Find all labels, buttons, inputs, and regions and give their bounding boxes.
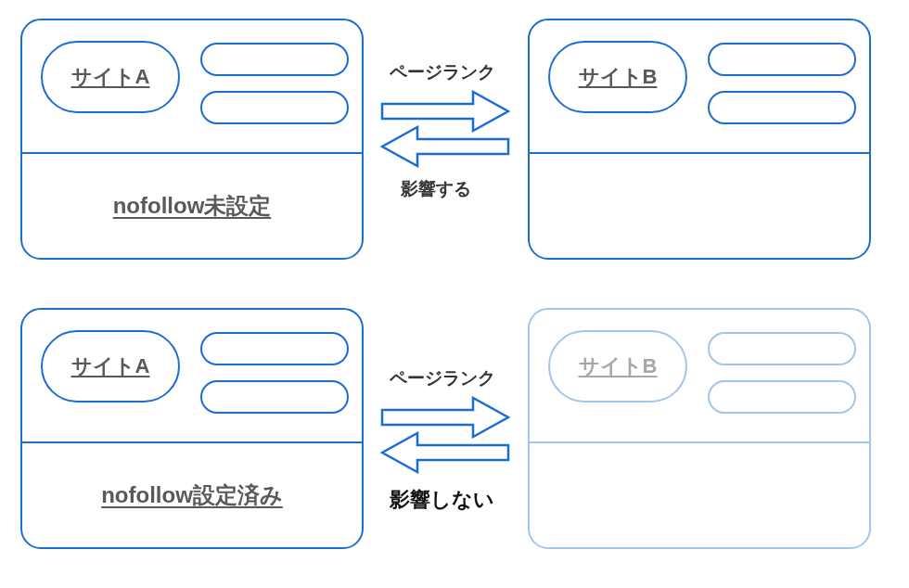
content-pill: [708, 332, 856, 365]
site-a-label: サイトA: [71, 352, 150, 380]
content-pill: [200, 91, 349, 124]
site-label-pill: サイトB: [548, 41, 687, 113]
card-top-left: サイトA nofollow未設定: [20, 19, 364, 260]
content-pill: [708, 43, 856, 76]
site-label-pill: サイトA: [41, 330, 180, 403]
affects-label-top: 影響する: [401, 177, 471, 201]
nofollow-caption: nofollow未設定: [22, 191, 362, 221]
card-bottom-right-faded: サイトB: [528, 308, 871, 549]
card-bottom-left: サイトA nofollow設定済み: [20, 308, 364, 549]
site-b-label: サイトB: [579, 352, 658, 380]
svg-marker-3: [382, 433, 508, 472]
arrow-left-icon: [380, 431, 510, 474]
site-a-label: サイトA: [71, 63, 150, 91]
nofollow-caption: nofollow設定済み: [22, 480, 362, 510]
content-pill: [200, 332, 349, 365]
content-pill: [708, 380, 856, 414]
card-divider: [530, 441, 869, 443]
content-pill: [708, 91, 856, 124]
site-b-label: サイトB: [579, 63, 658, 91]
content-pill: [200, 43, 349, 76]
card-divider: [22, 152, 362, 154]
card-top-right: サイトB: [528, 19, 871, 260]
content-pill: [200, 380, 349, 414]
site-label-pill: サイトB: [548, 330, 687, 403]
arrow-left-icon: [380, 125, 510, 168]
pagerank-label-bottom: ページランク: [390, 366, 495, 390]
svg-marker-1: [382, 127, 508, 166]
no-affect-label-bottom: 影響しない: [390, 486, 494, 514]
card-divider: [530, 152, 869, 154]
site-label-pill: サイトA: [41, 41, 180, 113]
pagerank-label-top: ページランク: [390, 60, 495, 84]
card-divider: [22, 441, 362, 443]
